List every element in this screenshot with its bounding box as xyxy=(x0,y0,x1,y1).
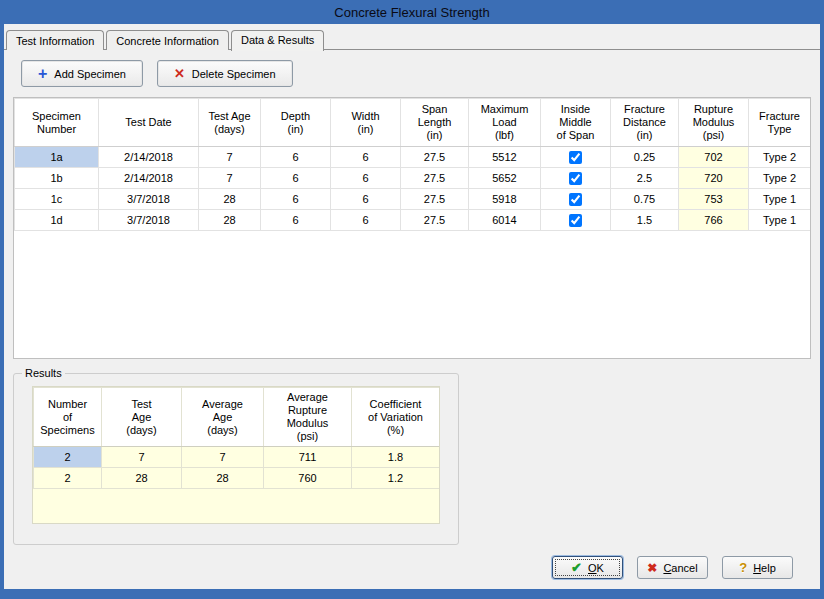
cell-fracture-type[interactable]: Type 2 xyxy=(749,168,811,189)
cancel-icon: ✖ xyxy=(647,562,657,574)
help-icon: ? xyxy=(739,561,747,574)
col-header-specimen-number: Specimen Number xyxy=(15,99,99,147)
cell-fracture-distance[interactable]: 0.25 xyxy=(611,147,679,168)
tab-data-results[interactable]: Data & Results xyxy=(231,30,324,51)
cell-depth[interactable]: 6 xyxy=(261,210,331,231)
cell-maximum-load[interactable]: 5512 xyxy=(469,147,541,168)
cell-width[interactable]: 6 xyxy=(331,189,401,210)
results-grid: Number of Specimens Test Age (days) Aver… xyxy=(32,386,440,524)
cell-span-length[interactable]: 27.5 xyxy=(401,147,469,168)
cell-average-age: 28 xyxy=(182,468,264,489)
client-area: Test Information Concrete Information Da… xyxy=(4,24,820,589)
help-label: Help xyxy=(753,562,776,574)
cell-depth[interactable]: 6 xyxy=(261,168,331,189)
specimen-grid: Specimen Number Test Date Test Age (days… xyxy=(13,97,811,359)
cell-test-date[interactable]: 2/14/2018 xyxy=(99,168,199,189)
delete-specimen-button[interactable]: ✕ Delete Specimen xyxy=(157,60,293,87)
cancel-button[interactable]: ✖ Cancel xyxy=(637,556,708,579)
cell-test-age[interactable]: 28 xyxy=(199,189,261,210)
results-row: 2 7 7 711 1.8 xyxy=(34,447,440,468)
specimen-row-1a: 1a 2/14/2018 7 6 6 27.5 5512 0.25 702 Ty… xyxy=(15,147,811,168)
ok-button[interactable]: ✔ OK xyxy=(552,556,623,579)
cell-average-rupture-modulus: 760 xyxy=(264,468,352,489)
col-header-results-test-age: Test Age (days) xyxy=(102,388,182,447)
cell-test-age[interactable]: 7 xyxy=(199,147,261,168)
dialog-window: Concrete Flexural Strength Test Informat… xyxy=(0,0,824,599)
cell-inside-middle xyxy=(541,147,611,168)
cell-coefficient-of-variation: 1.8 xyxy=(352,447,440,468)
cell-maximum-load[interactable]: 6014 xyxy=(469,210,541,231)
results-group-label: Results xyxy=(22,367,65,379)
col-header-depth: Depth (in) xyxy=(261,99,331,147)
cell-results-test-age: 28 xyxy=(102,468,182,489)
cell-test-date[interactable]: 3/7/2018 xyxy=(99,189,199,210)
cell-rupture-modulus[interactable]: 720 xyxy=(679,168,749,189)
cell-maximum-load[interactable]: 5918 xyxy=(469,189,541,210)
col-header-fracture-distance: Fracture Distance (in) xyxy=(611,99,679,147)
cell-inside-middle xyxy=(541,210,611,231)
cell-average-rupture-modulus: 711 xyxy=(264,447,352,468)
cell-average-age: 7 xyxy=(182,447,264,468)
col-header-rupture-modulus: Rupture Modulus (psi) xyxy=(679,99,749,147)
col-header-average-age: Average Age (days) xyxy=(182,388,264,447)
cell-specimen-number[interactable]: 1b xyxy=(15,168,99,189)
results-row: 2 28 28 760 1.2 xyxy=(34,468,440,489)
add-specimen-button[interactable]: + Add Specimen xyxy=(21,60,143,87)
cell-depth[interactable]: 6 xyxy=(261,147,331,168)
cell-fracture-type[interactable]: Type 1 xyxy=(749,210,811,231)
tab-panel-data-results: + Add Specimen ✕ Delete Specimen xyxy=(4,49,820,589)
tab-test-information[interactable]: Test Information xyxy=(6,30,104,50)
cell-number-of-specimens: 2 xyxy=(34,447,102,468)
tab-bar: Test Information Concrete Information Da… xyxy=(4,24,820,49)
specimen-row-1d: 1d 3/7/2018 28 6 6 27.5 6014 1.5 766 Typ… xyxy=(15,210,811,231)
cell-width[interactable]: 6 xyxy=(331,168,401,189)
col-header-span-length: Span Length (in) xyxy=(401,99,469,147)
cell-fracture-distance[interactable]: 0.75 xyxy=(611,189,679,210)
col-header-test-age: Test Age (days) xyxy=(199,99,261,147)
col-header-width: Width (in) xyxy=(331,99,401,147)
cell-inside-middle xyxy=(541,189,611,210)
col-header-maximum-load: Maximum Load (lbf) xyxy=(469,99,541,147)
cell-specimen-number[interactable]: 1a xyxy=(15,147,99,168)
tab-concrete-information[interactable]: Concrete Information xyxy=(106,30,229,50)
cell-coefficient-of-variation: 1.2 xyxy=(352,468,440,489)
col-header-fracture-type: Fracture Type xyxy=(749,99,811,147)
cell-specimen-number[interactable]: 1d xyxy=(15,210,99,231)
inside-middle-checkbox[interactable] xyxy=(569,172,582,185)
cell-span-length[interactable]: 27.5 xyxy=(401,189,469,210)
ok-label: OK xyxy=(588,562,604,574)
cell-width[interactable]: 6 xyxy=(331,210,401,231)
cell-span-length[interactable]: 27.5 xyxy=(401,210,469,231)
cell-inside-middle xyxy=(541,168,611,189)
inside-middle-checkbox[interactable] xyxy=(569,214,582,227)
cell-fracture-distance[interactable]: 2.5 xyxy=(611,168,679,189)
cell-depth[interactable]: 6 xyxy=(261,189,331,210)
cell-test-date[interactable]: 3/7/2018 xyxy=(99,210,199,231)
results-header-row: Number of Specimens Test Age (days) Aver… xyxy=(34,388,440,447)
cell-specimen-number[interactable]: 1c xyxy=(15,189,99,210)
dialog-footer: ✔ OK ✖ Cancel ? Help xyxy=(13,552,811,583)
cell-fracture-type[interactable]: Type 1 xyxy=(749,189,811,210)
results-table: Number of Specimens Test Age (days) Aver… xyxy=(33,387,440,489)
cell-test-age[interactable]: 7 xyxy=(199,168,261,189)
cell-width[interactable]: 6 xyxy=(331,147,401,168)
cell-span-length[interactable]: 27.5 xyxy=(401,168,469,189)
cell-test-age[interactable]: 28 xyxy=(199,210,261,231)
cell-fracture-type[interactable]: Type 2 xyxy=(749,147,811,168)
cell-fracture-distance[interactable]: 1.5 xyxy=(611,210,679,231)
cell-test-date[interactable]: 2/14/2018 xyxy=(99,147,199,168)
col-header-average-rupture-modulus: Average Rupture Modulus (psi) xyxy=(264,388,352,447)
specimen-header-row: Specimen Number Test Date Test Age (days… xyxy=(15,99,811,147)
cell-rupture-modulus[interactable]: 753 xyxy=(679,189,749,210)
cell-maximum-load[interactable]: 5652 xyxy=(469,168,541,189)
check-icon: ✔ xyxy=(571,561,582,574)
specimen-row-1c: 1c 3/7/2018 28 6 6 27.5 5918 0.75 753 Ty… xyxy=(15,189,811,210)
help-button[interactable]: ? Help xyxy=(722,556,793,579)
specimen-row-1b: 1b 2/14/2018 7 6 6 27.5 5652 2.5 720 Typ… xyxy=(15,168,811,189)
delete-specimen-label: Delete Specimen xyxy=(192,68,276,80)
titlebar[interactable]: Concrete Flexural Strength xyxy=(0,0,824,24)
inside-middle-checkbox[interactable] xyxy=(569,151,582,164)
cell-rupture-modulus[interactable]: 702 xyxy=(679,147,749,168)
inside-middle-checkbox[interactable] xyxy=(569,193,582,206)
cell-rupture-modulus[interactable]: 766 xyxy=(679,210,749,231)
